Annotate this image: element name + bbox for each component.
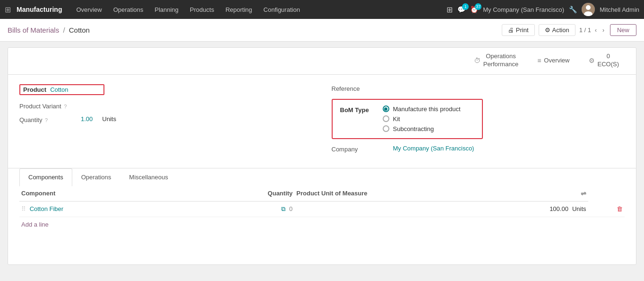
row-quantity[interactable]: 100.00 [550,205,568,212]
table-row: ⠿ Cotton Fiber ⧉ 0 100.00 Units [19,201,625,217]
copy-icon[interactable]: ⧉ [281,205,285,212]
copy-count: 0 [289,205,292,212]
add-line-link[interactable]: Add a line [19,217,51,232]
quantity-row: Quantity ? 1.00 Units [19,115,313,123]
top-navigation: ⊞ Manufacturing Overview Operations Plan… [0,0,644,19]
form-left: Product Cotton Product Variant ? Quantit… [19,84,313,158]
activity-badge: 37 [475,3,481,10]
nav-configuration[interactable]: Configuration [259,4,305,15]
breadcrumb-bar: Bills of Materials / Cotton 🖨 Print ⚙ Ac… [0,19,644,42]
form-right: Reference BoM Type Manufacture this prod… [332,84,625,158]
record-card: ⏱ OperationsPerformance ≡ Overview ⚙ 0EC… [8,47,636,265]
bom-type-label: BoM Type [340,105,383,114]
table-area: Component Quantity Product Unit of Measu… [8,186,636,239]
main-content: ⏱ OperationsPerformance ≡ Overview ⚙ 0EC… [0,42,644,271]
radio-subcontracting [383,125,389,132]
quantity-label: Quantity ? [19,115,81,123]
row-component-name[interactable]: Cotton Fiber [30,205,64,212]
quantity-unit: Units [102,115,116,123]
row-unit: Units [572,205,586,212]
breadcrumb: Bills of Materials / Cotton [8,26,502,34]
nav-planning[interactable]: Planning [150,4,183,15]
reference-row: Reference [332,84,625,92]
tab-components[interactable]: Components [19,168,72,186]
quantity-value[interactable]: 1.00 [81,115,93,123]
app-name[interactable]: Manufacturing [17,6,62,13]
print-button[interactable]: 🖨 Print [502,24,535,36]
product-variant-help[interactable]: ? [64,104,67,109]
list-icon: ≡ [537,57,541,64]
breadcrumb-current: Cotton [69,26,90,34]
company-row: Company My Company (San Francisco) [332,145,625,153]
action-label: Action [552,26,569,34]
reference-label: Reference [332,84,393,92]
print-label: Print [516,26,529,34]
app-grid-icon[interactable]: ⊞ [5,5,11,14]
col-quantity: Quantity [189,186,294,202]
breadcrumb-parent[interactable]: Bills of Materials [8,26,59,34]
quantity-help[interactable]: ? [45,117,48,123]
drag-handle-icon[interactable]: ⠿ [21,205,26,212]
pager-text: 1 / 1 [579,26,591,34]
row-delete-cell: 🗑 [588,201,625,217]
product-field-row: Product Cotton [19,84,313,95]
delete-row-icon[interactable]: 🗑 [617,205,623,212]
svg-point-1 [586,5,591,10]
bom-option-kit[interactable]: Kit [383,115,461,123]
settings-icon[interactable]: 🔧 [569,6,577,13]
pager: 1 / 1 ‹ › [579,26,606,35]
row-copy-cell: ⧉ 0 [189,201,294,217]
col-component: Component [19,186,189,202]
bom-type-box: BoM Type Manufacture this product Kit [332,99,483,139]
company-label: Company [332,145,393,153]
activity-icon[interactable]: ⏰ 37 [470,6,478,13]
chat-icon[interactable]: 💬 1 [457,6,465,13]
nav-operations[interactable]: Operations [109,4,148,15]
user-name: Mitchell Admin [600,6,639,13]
table-settings-icon[interactable]: ⇌ [581,190,586,197]
form-area: Product Cotton Product Variant ? Quantit… [8,75,636,168]
tab-operations-performance[interactable]: ⏱ OperationsPerformance [464,48,528,74]
bom-option-manufacture[interactable]: Manufacture this product [383,105,461,113]
bom-option-subcontracting-label: Subcontracting [393,125,434,132]
nav-products[interactable]: Products [185,4,219,15]
card-top-tabs: ⏱ OperationsPerformance ≡ Overview ⚙ 0EC… [8,48,636,75]
section-tabs: Components Operations Miscellaneous [8,168,636,186]
bom-option-manufacture-label: Manufacture this product [393,105,461,113]
product-variant-row: Product Variant ? [19,102,313,110]
tab-operations[interactable]: Operations [72,168,120,186]
product-value: Cotton [50,86,68,93]
bom-type-options: Manufacture this product Kit Subcontract… [383,105,461,132]
tab-miscellaneous[interactable]: Miscellaneous [120,168,177,186]
print-icon: 🖨 [508,26,514,34]
avatar [582,3,595,16]
bom-option-kit-label: Kit [393,115,400,123]
prev-arrow[interactable]: ‹ [593,26,599,35]
components-table: Component Quantity Product Unit of Measu… [19,186,625,217]
tab-eco-label: 0ECO(S) [598,53,619,69]
grid-apps-icon[interactable]: ⊞ [447,5,453,14]
eco-gear-icon: ⚙ [589,57,595,64]
nav-overview[interactable]: Overview [71,4,106,15]
col-unit: Product Unit of Measure [294,186,570,202]
gear-icon: ⚙ [545,26,550,34]
new-button[interactable]: New [610,24,636,36]
radio-kit [383,115,389,122]
clock-icon: ⏱ [474,57,481,64]
nav-reporting[interactable]: Reporting [221,4,257,15]
action-button[interactable]: ⚙ Action [539,24,575,36]
breadcrumb-separator: / [63,26,65,34]
company-value[interactable]: My Company (San Francisco) [393,145,474,152]
radio-manufacture [383,105,389,112]
product-label: Product [23,86,46,93]
bom-option-subcontracting[interactable]: Subcontracting [383,125,461,132]
tab-eco[interactable]: ⚙ 0ECO(S) [579,48,629,74]
product-field[interactable]: Product Cotton [19,84,104,95]
next-arrow[interactable]: › [601,26,606,35]
chat-badge: 1 [462,3,469,10]
product-variant-label: Product Variant ? [19,102,81,110]
row-component-cell: ⠿ Cotton Fiber [19,201,189,217]
tab-overview-label: Overview [544,57,569,64]
tab-overview[interactable]: ≡ Overview [528,48,579,74]
toolbar-actions: 🖨 Print ⚙ Action 1 / 1 ‹ › New [502,24,636,36]
